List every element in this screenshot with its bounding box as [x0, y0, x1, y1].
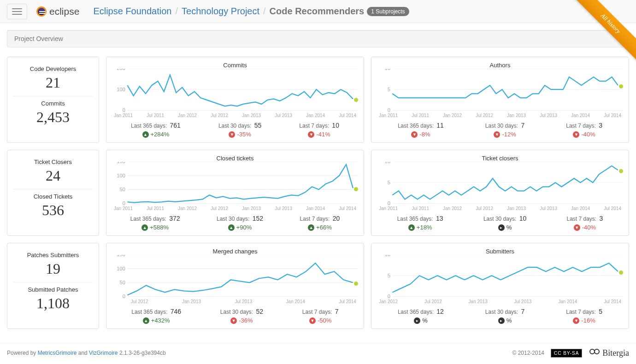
footer: Powered by MetricsGrimoire and VizGrimoi…	[0, 343, 636, 364]
bitergia-logo[interactable]: Bitergia	[589, 348, 629, 358]
chart-card: Submitters 0 5 10 Jan 2012Jul 2012Jan 20…	[371, 243, 629, 329]
stat-value: 21	[13, 74, 93, 91]
metric: Last 30 days: 7 ▸ %	[485, 308, 525, 324]
svg-text:0: 0	[388, 107, 390, 112]
stat-label: Code Developers	[13, 65, 93, 72]
svg-point-45	[619, 270, 623, 275]
chart-plot: 0 5 10	[377, 162, 623, 207]
chart-title: Closed tickets	[112, 155, 358, 162]
chart-plot: 0 5 10	[377, 255, 623, 300]
chart-card: Merged changes 0 50 100 150 Jul 2012Jan …	[106, 243, 364, 329]
svg-text:0: 0	[123, 107, 125, 112]
footer-left: Powered by MetricsGrimoire and VizGrimoi…	[7, 350, 166, 356]
logo-text: eclipse	[49, 6, 79, 17]
metrics-row: Last 365 days: 372 ▲ +588% Last 30 days:…	[112, 215, 358, 231]
metrics-row: Last 365 days: 746 ▲ +432% Last 30 days:…	[112, 308, 358, 324]
stat-value: 19	[13, 260, 93, 277]
svg-text:5: 5	[388, 180, 390, 185]
metric: Last 30 days: 55 ▼ -35%	[218, 122, 261, 138]
metrics-row: Last 365 days: 761 ▲ +284% Last 30 days:…	[112, 122, 358, 138]
stat-value: 1,108	[13, 295, 93, 312]
chart-card: Ticket closers 0 5 10 Jan 2011Jul 2011Ja…	[371, 150, 629, 236]
svg-text:200: 200	[117, 69, 125, 71]
metrics-row: Last 365 days: 11 ▼ -8% Last 30 days: 7 …	[377, 122, 623, 138]
stat-value: 536	[13, 202, 93, 219]
svg-point-38	[354, 282, 358, 286]
metrics-row: Last 365 days: 12 ▸ % Last 30 days: 7 ▸ …	[377, 308, 623, 324]
logo[interactable]: eclipse	[36, 6, 79, 17]
metric: Last 365 days: 11 ▼ -8%	[398, 122, 444, 138]
metric: Last 365 days: 12 ▸ %	[398, 308, 444, 324]
svg-text:150: 150	[117, 162, 125, 164]
svg-text:0: 0	[388, 200, 390, 205]
chart-plot: 0 50 100 150	[112, 162, 358, 207]
svg-text:10: 10	[385, 162, 390, 164]
svg-text:10: 10	[385, 69, 390, 71]
eclipse-icon	[36, 6, 47, 17]
subprojects-badge: 1 Subprojects	[367, 7, 409, 16]
stat-label: Closed Tickets	[13, 193, 93, 200]
svg-text:0: 0	[123, 200, 125, 205]
owl-icon	[589, 348, 601, 358]
metric: Last 365 days: 13 ▲ +18%	[397, 215, 443, 231]
svg-text:10: 10	[385, 255, 390, 257]
svg-text:100: 100	[117, 265, 125, 271]
metric: Last 7 days: 10 ▼ -41%	[299, 122, 339, 138]
stat-card: Ticket Closers 24 Closed Tickets 536	[7, 150, 99, 236]
breadcrumb-current: Code Recommenders	[270, 6, 365, 17]
metric: Last 7 days: 3 ▼ -40%	[567, 215, 603, 231]
cc-license-badge[interactable]: CC BY-SA	[551, 349, 582, 358]
svg-point-13	[619, 84, 623, 88]
chart-plot: 0 50 100 150	[112, 255, 358, 300]
stat-label: Commits	[13, 100, 93, 107]
vizgrimoire-link[interactable]: VizGrimoire	[89, 350, 118, 356]
stat-label: Ticket Closers	[13, 159, 93, 165]
stat-label: Patches Submitters	[13, 252, 93, 258]
svg-point-22	[354, 187, 358, 191]
menu-toggle[interactable]	[7, 4, 27, 19]
metrics-row: Last 365 days: 13 ▲ +18% Last 30 days: 1…	[377, 215, 623, 231]
navbar: eclipse Eclipse Foundation / Technology …	[0, 0, 636, 23]
stat-value: 24	[13, 167, 93, 184]
metric: Last 7 days: 20 ▲ +66%	[300, 215, 340, 231]
chart-card: Commits 0 100 200 Jan 2011Jul 2011Jan 20…	[106, 57, 364, 143]
overview-title: Project Overview	[7, 30, 629, 47]
svg-text:0: 0	[388, 294, 390, 299]
footer-right: © 2012-2014 CC BY-SA Bitergia	[512, 348, 629, 358]
chart-title: Authors	[377, 62, 623, 69]
chart-title: Commits	[112, 62, 358, 69]
svg-text:100: 100	[117, 172, 125, 178]
metric: Last 30 days: 52 ▼ -36%	[220, 308, 263, 324]
metric: Last 365 days: 761 ▲ +284%	[131, 122, 181, 138]
copyright: © 2012-2014	[512, 350, 544, 356]
metric: Last 7 days: 7 ▼ -50%	[302, 308, 339, 324]
svg-text:100: 100	[117, 87, 125, 92]
chart-card: Authors 0 5 10 Jan 2011Jul 2011Jan 2012J…	[371, 57, 629, 143]
svg-text:50: 50	[120, 280, 125, 285]
svg-text:5: 5	[388, 273, 390, 278]
svg-point-29	[619, 169, 623, 173]
stat-card: Code Developers 21 Commits 2,453	[7, 57, 99, 143]
stat-value: 2,453	[13, 109, 93, 126]
breadcrumb-link[interactable]: Eclipse Foundation	[93, 6, 171, 17]
chart-title: Ticket closers	[377, 155, 623, 162]
svg-text:0: 0	[123, 294, 125, 299]
stat-card: Patches Submitters 19 Submitted Patches …	[7, 243, 99, 329]
breadcrumb: Eclipse Foundation / Technology Project …	[93, 6, 409, 17]
chart-plot: 0 5 10	[377, 69, 623, 114]
svg-text:150: 150	[117, 255, 125, 257]
chart-title: Submitters	[377, 248, 623, 255]
chart-title: Merged changes	[112, 248, 358, 255]
breadcrumb-link[interactable]: Technology Project	[182, 6, 259, 17]
chart-card: Closed tickets 0 50 100 150 Jan 2011Jul …	[106, 150, 364, 236]
chart-plot: 0 100 200	[112, 69, 358, 114]
metricsgrimoire-link[interactable]: MetricsGrimoire	[38, 350, 77, 356]
metric: Last 7 days: 5 ▼ -16%	[566, 308, 602, 324]
svg-point-6	[354, 98, 358, 102]
metric: Last 30 days: 152 ▲ +90%	[217, 215, 263, 231]
metric: Last 365 days: 746 ▲ +432%	[131, 308, 181, 324]
svg-text:5: 5	[388, 87, 390, 92]
metric: Last 365 days: 372 ▲ +588%	[130, 215, 180, 231]
metric: Last 30 days: 7 ▼ -12%	[485, 122, 525, 138]
metric: Last 30 days: 10 ▸ %	[483, 215, 526, 231]
